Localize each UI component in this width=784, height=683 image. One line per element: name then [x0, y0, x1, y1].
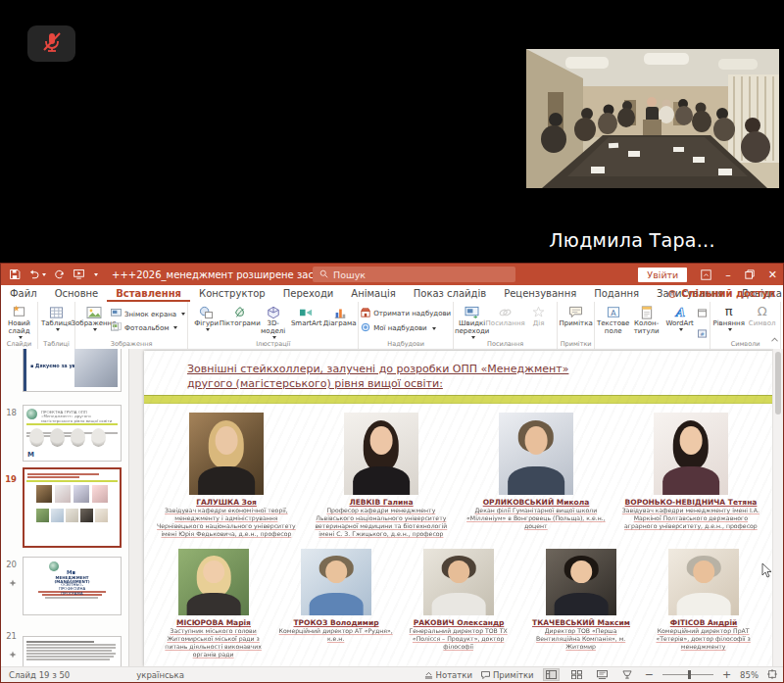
slide-thumbnail-panel: ▪ Дякуємо за увагу! 18 ПРОЕКТНА ГРУПА ОП… [1, 349, 129, 667]
person-card[interactable]: ТРОКОЗ Володимир Комерційний директор АТ… [278, 549, 395, 663]
person-photo[interactable] [189, 413, 264, 495]
get-addins-button[interactable]: Отримати надбудови [361, 308, 451, 319]
person-card[interactable]: РАКОВИЧ Олександр Генеральний директор Т… [401, 549, 517, 663]
zoom-jumps-button[interactable]: Швидкі переходи [456, 303, 488, 339]
group-slides: Новий слайд Слайди [1, 302, 38, 349]
slide-counter[interactable]: Слайд 19 з 50 [9, 670, 70, 680]
tab-home[interactable]: Основне [46, 285, 108, 302]
workspace: ▪ Дякуємо за увагу! 18 ПРОЕКТНА ГРУПА ОП… [1, 349, 783, 667]
share-button[interactable]: Спільний доступ [667, 285, 775, 302]
slideshow-view-button[interactable] [619, 668, 636, 681]
person-card[interactable]: ВОРОНЬКО-НЕВІДНИЧА Тетяна Завідувач кафе… [618, 413, 763, 543]
person-photo[interactable] [178, 549, 249, 615]
smartart-icon [299, 304, 314, 320]
date-time-icon[interactable] [698, 303, 707, 321]
person-photo[interactable] [423, 549, 494, 615]
person-photo[interactable] [546, 549, 616, 615]
language-indicator[interactable]: українська [136, 670, 184, 680]
header-footer-button[interactable]: Колон-титули [630, 303, 662, 350]
comment-icon [568, 304, 583, 320]
search-input[interactable]: Пошук [313, 267, 515, 282]
save-icon[interactable] [9, 268, 21, 280]
slide-sorter-view-button[interactable] [568, 668, 585, 681]
zoom-slider-thumb[interactable] [688, 670, 691, 679]
photo-album-button[interactable]: Фотоальбом [111, 322, 185, 333]
person-card[interactable]: ЛЕВКІВ Галина Професор кафедри менеджмен… [309, 413, 454, 543]
start-slideshow-icon[interactable] [73, 268, 85, 280]
thumbnail-slide-18[interactable]: ПРОЕКТНА ГРУПА ОПП «Менеджмент» другого … [23, 405, 122, 462]
tab-file[interactable]: Файл [1, 285, 46, 302]
svg-text:A: A [611, 309, 616, 317]
slide-title-textbox[interactable]: Зовнішні стейкхоллери, залучені до розро… [187, 363, 738, 392]
title-bar: +++2026_менеджмент розширене засідання_п… [1, 264, 783, 285]
my-addins-icon [361, 322, 370, 334]
notes-toggle[interactable]: Нотатки [424, 670, 472, 680]
person-photo[interactable] [344, 413, 418, 495]
my-addins-button[interactable]: Мої надбудови [361, 322, 451, 334]
accent-bar[interactable] [144, 395, 773, 404]
reading-view-button[interactable] [594, 668, 611, 681]
zoom-in-button[interactable]: + [722, 668, 731, 681]
vertical-scrollbar[interactable] [772, 349, 783, 667]
text-box-button[interactable]: A Текстове поле [597, 303, 629, 350]
fit-to-window-icon[interactable] [767, 669, 777, 681]
tab-transitions[interactable]: Переходи [274, 285, 343, 302]
zoom-slider[interactable] [662, 674, 713, 675]
screenshot-button[interactable]: Знімок екрана [111, 309, 185, 319]
thumbnail-slide-20[interactable]: M∎ МЕНЕДЖМЕНТ (MANAGEMENT) ОСВІТНЬО-ПРОФ… [23, 557, 122, 615]
table-button[interactable]: Таблиця [40, 303, 73, 339]
thumbnail-slide-17[interactable]: ▪ Дякуємо за увагу! [23, 349, 122, 392]
person-card[interactable]: ТКАЧЕВСЬКИЙ Максим Директор ТОВ «Перша В… [523, 549, 640, 663]
tab-design[interactable]: Конструктор [190, 285, 274, 302]
tab-insert[interactable]: Вставлення [107, 285, 190, 302]
thumbnail-slide-19-selected[interactable] [23, 467, 122, 548]
new-slide-button[interactable]: Новий слайд [3, 303, 35, 339]
zoom-out-button[interactable]: − [645, 668, 654, 681]
shapes-button[interactable]: Фігури [190, 303, 222, 339]
redo-icon[interactable] [53, 268, 66, 280]
tab-animations[interactable]: Анімація [342, 285, 404, 302]
mic-off-icon [39, 29, 65, 59]
customize-qat-icon[interactable] [92, 273, 98, 276]
shared-screen: Людмила Тара... +++2026_менеджмент ро [0, 0, 784, 683]
collapse-ribbon-icon[interactable] [770, 328, 779, 347]
smartart-button[interactable]: SmartArt [290, 303, 322, 339]
stakeholders-row-2: МІСЮРОВА Марія Заступник міського голови… [144, 549, 773, 663]
person-card[interactable]: МІСЮРОВА Марія Заступник міського голови… [156, 549, 272, 663]
person-card[interactable]: ФІТІСОВ Андрій Комерційний директор ПрАТ… [646, 549, 762, 663]
ribbon-display-options-icon[interactable] [701, 269, 711, 280]
person-card[interactable]: ОРЛИКОВСЬКИЙ Микола Декан філії Гуманіта… [464, 413, 609, 543]
equation-button[interactable]: π Рівняння [712, 303, 745, 339]
normal-view-button[interactable] [543, 668, 560, 681]
muted-mic-button[interactable] [27, 25, 75, 62]
equation-icon: π [725, 304, 733, 320]
comment-button[interactable]: Примітка [560, 303, 592, 339]
comments-toggle[interactable]: Примітки [481, 670, 534, 680]
person-photo[interactable] [668, 549, 739, 615]
close-button[interactable]: ✕ [768, 269, 777, 280]
icons-button[interactable]: Піктограми [223, 303, 256, 339]
thumbnail-slide-21[interactable] [23, 636, 122, 667]
ribbon-tabs: Файл Основне Вставлення Конструктор Пере… [1, 285, 783, 303]
search-icon [319, 269, 328, 280]
chart-button[interactable]: Діаграма [323, 303, 356, 339]
3d-models-button[interactable]: 3D-моделі [257, 303, 289, 339]
slide-number-icon[interactable]: # [698, 323, 707, 342]
person-photo[interactable] [301, 549, 371, 615]
wordart-icon: A [672, 304, 687, 320]
person-photo[interactable] [654, 413, 728, 495]
wordart-button[interactable]: A WordArt [663, 303, 696, 350]
tab-view[interactable]: Подання [585, 285, 648, 302]
minimize-button[interactable]: – [725, 269, 731, 280]
thumbnail-number-18: 18 [3, 408, 17, 417]
undo-icon[interactable] [27, 268, 46, 280]
zoom-level[interactable]: 85% [740, 670, 759, 680]
tab-review[interactable]: Рецензування [495, 285, 585, 302]
meeting-video-thumbnail[interactable] [526, 49, 779, 188]
restore-button[interactable] [745, 269, 755, 279]
person-photo[interactable] [499, 413, 573, 495]
sign-in-button[interactable]: Увійти [638, 268, 687, 282]
tab-slideshow[interactable]: Показ слайдів [405, 285, 495, 302]
person-card[interactable]: ГАЛУШКА Зоя Завідувач кафедри економічно… [154, 413, 299, 543]
images-button[interactable]: Зображення [77, 303, 110, 339]
